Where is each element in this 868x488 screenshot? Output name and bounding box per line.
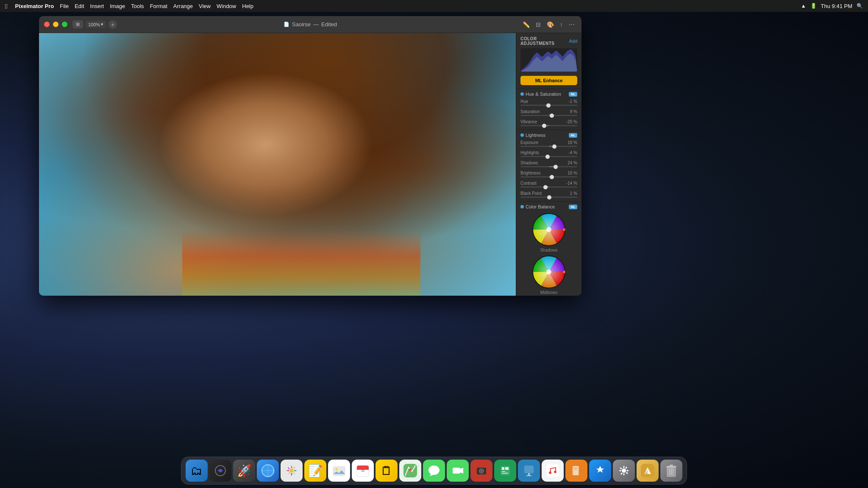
dock-item-keynote[interactable] [518, 460, 540, 482]
vibrance-slider-track[interactable] [520, 125, 577, 126]
wifi-icon: ▲ [801, 3, 806, 9]
app-window: ⊞ 100% ▾ + 📄 Saoirse — Edited ✏️ ⊟ 🎨 ↑ ⋯ [39, 16, 581, 296]
dock-item-safari[interactable] [257, 460, 279, 482]
brightness-label: Brightness [520, 171, 540, 175]
shadows-slider-thumb[interactable] [554, 165, 558, 169]
dock-item-launchpad[interactable]: 🚀 [233, 460, 255, 482]
dock-item-music[interactable] [542, 460, 564, 482]
histogram [520, 48, 577, 72]
photo-container [39, 33, 516, 296]
search-icon[interactable]: 🔍 [857, 3, 863, 9]
dock-item-siri[interactable] [209, 460, 231, 482]
hue-slider-track[interactable] [520, 105, 577, 106]
dock-item-photos[interactable] [328, 460, 350, 482]
view-toggle-button[interactable]: ⊞ [72, 20, 83, 28]
dock-item-books[interactable] [565, 460, 587, 482]
highlights-slider-thumb[interactable] [545, 155, 550, 159]
menu-insert[interactable]: Insert [90, 3, 104, 9]
zoom-display: 100% ▾ [86, 21, 106, 28]
grid-icon: ⊞ [76, 22, 80, 27]
svg-rect-36 [505, 467, 509, 470]
saturation-slider-track[interactable] [520, 115, 577, 116]
menu-edit[interactable]: Edit [75, 3, 84, 9]
document-icon: 📄 [284, 22, 289, 27]
dock-item-trash[interactable] [660, 460, 682, 482]
dock-item-facetime[interactable] [447, 460, 469, 482]
contrast-slider-thumb[interactable] [543, 185, 548, 189]
svg-rect-29 [453, 468, 460, 474]
color-balance-dot [520, 205, 524, 208]
menu-format[interactable]: Format [150, 3, 167, 9]
midtones-color-wheel[interactable] [532, 255, 566, 289]
canvas-area[interactable] [39, 33, 516, 296]
hue-saturation-section: Hue & Saturation ML Hue -1 % [516, 89, 581, 130]
svg-text:30: 30 [361, 469, 365, 473]
highlights-slider-track[interactable] [520, 156, 577, 157]
window-title-area: 📄 Saoirse — Edited [284, 21, 337, 28]
menu-image[interactable]: Image [110, 3, 125, 9]
svg-point-3 [547, 228, 551, 231]
blackpoint-slider-thumb[interactable] [547, 195, 551, 200]
adjust-tool-button[interactable]: 🎨 [545, 20, 556, 29]
toolbar-right: ✏️ ⊟ 🎨 ↑ ⋯ [521, 20, 576, 29]
dock-item-photos-viewer[interactable] [281, 460, 303, 482]
blackpoint-slider-track[interactable] [520, 197, 577, 198]
dock-item-system-prefs[interactable] [613, 460, 635, 482]
menu-help[interactable]: Help [242, 3, 253, 9]
midtones-wheel-label: Midtones [540, 290, 558, 295]
window-subtitle: Edited [321, 21, 337, 28]
brightness-slider-thumb[interactable] [550, 175, 554, 179]
menu-tools[interactable]: Tools [131, 3, 144, 9]
shadows-slider-track[interactable] [520, 166, 577, 167]
shadows-wheel-container: Shadows [516, 211, 581, 253]
dock-item-maps[interactable] [399, 460, 421, 482]
menu-view[interactable]: View [199, 3, 211, 9]
contrast-value: -14 % [566, 181, 577, 186]
dock: 🗂 🚀 📝 30 🗒 [181, 457, 687, 485]
close-button[interactable] [44, 22, 50, 27]
svg-rect-41 [526, 475, 531, 476]
exposure-slider-track[interactable] [520, 146, 577, 147]
highlights-label: Highlights [520, 150, 539, 155]
dock-item-stickies[interactable]: 📝 [304, 460, 326, 482]
dock-item-finder[interactable]: 🗂 [186, 460, 208, 482]
exposure-slider-thumb[interactable] [552, 144, 556, 149]
hue-slider-thumb[interactable] [546, 103, 551, 108]
ml-enhance-button[interactable]: ML Enhance [520, 76, 577, 85]
zoom-chevron-icon: ▾ [101, 22, 103, 27]
svg-rect-47 [574, 468, 577, 468]
dock-item-messages[interactable] [423, 460, 445, 482]
svg-rect-35 [502, 467, 504, 470]
saturation-slider-thumb[interactable] [550, 114, 554, 118]
dock-item-pixelmator[interactable] [637, 460, 659, 482]
menu-window[interactable]: Window [217, 3, 236, 9]
pencil-tool-button[interactable]: ✏️ [521, 20, 531, 29]
dock-item-notes[interactable]: 🗒 [376, 460, 398, 482]
minimize-button[interactable] [53, 22, 58, 27]
brightness-slider-track[interactable] [520, 176, 577, 177]
dock-item-appstore[interactable] [589, 460, 611, 482]
more-options-button[interactable]: ⋯ [567, 20, 576, 29]
panel-add-button[interactable]: Add [569, 39, 577, 44]
add-button[interactable]: + [108, 20, 117, 29]
main-content: COLOR ADJUSTMENTS Add [39, 33, 581, 296]
shadows-color-wheel[interactable] [532, 213, 566, 247]
maximize-button[interactable] [62, 22, 67, 27]
svg-point-27 [409, 469, 412, 471]
vibrance-slider-thumb[interactable] [542, 124, 546, 128]
menu-arrange[interactable]: Arrange [173, 3, 193, 9]
dock-item-numbers[interactable] [494, 460, 516, 482]
crop-tool-button[interactable]: ⊟ [534, 20, 542, 29]
share-button[interactable]: ↑ [558, 20, 565, 29]
histogram-svg [520, 48, 577, 72]
contrast-slider-track[interactable] [520, 186, 577, 188]
svg-rect-38 [502, 473, 508, 474]
app-name[interactable]: Pixelmator Pro [15, 3, 54, 9]
menu-file[interactable]: File [60, 3, 69, 9]
shadows-label: Shadows [520, 161, 538, 165]
blackpoint-slider-row: Black Point 1 % [516, 190, 581, 200]
apple-menu-icon[interactable]:  [5, 3, 7, 10]
dock-item-photo-booth[interactable] [470, 460, 492, 482]
dock-item-calendar[interactable]: 30 [352, 460, 374, 482]
vibrance-slider-row: Vibrance -20 % [516, 119, 581, 129]
